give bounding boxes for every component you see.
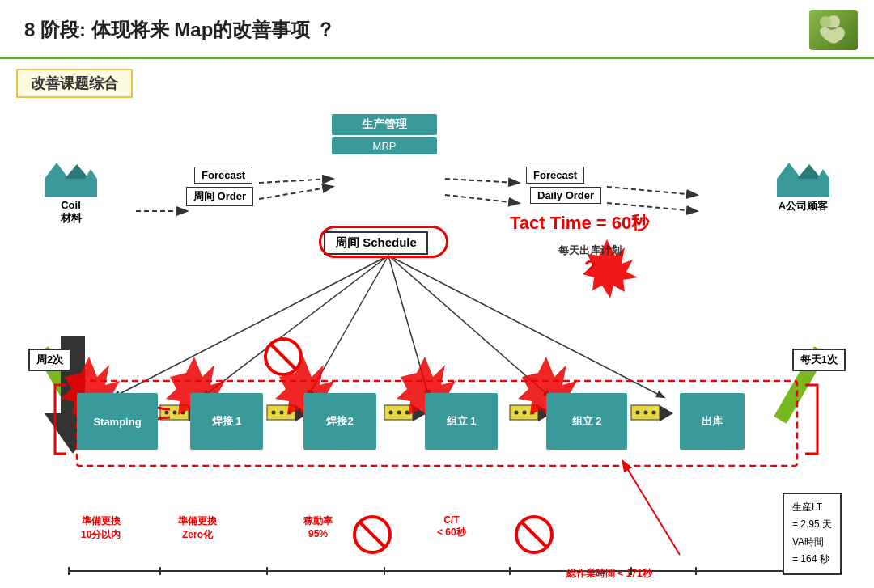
- svg-marker-74: [817, 169, 829, 179]
- kaizen-label-4: C/T< 60秒: [437, 514, 466, 539]
- diagram-area: Coil 材料 A公司顾客 生产管理 MRP: [16, 106, 858, 588]
- svg-line-5: [259, 179, 332, 183]
- prod-mgmt-box: 生产管理 MRP: [332, 114, 437, 154]
- header: 8 阶段: 体现将来 Map的改善事项 ？: [0, 0, 874, 59]
- summary-line3: VA時間: [792, 534, 832, 552]
- left-factory: Coil 材料: [40, 154, 101, 226]
- svg-marker-70: [85, 169, 97, 179]
- summary-box: 生産LT = 2.95 天 VA時間 = 164 秒: [783, 493, 842, 575]
- svg-marker-72: [777, 163, 801, 179]
- svg-rect-19: [160, 405, 189, 420]
- svg-point-53: [354, 517, 390, 552]
- kaizen-label-1: 準備更換10分以内: [81, 514, 121, 542]
- svg-line-14: [388, 256, 550, 397]
- right-factory: A公司顾客: [773, 154, 834, 214]
- summary-line2: = 2.95 天: [792, 516, 832, 534]
- svg-point-37: [644, 411, 648, 415]
- svg-rect-23: [267, 405, 295, 420]
- svg-line-66: [623, 462, 680, 555]
- mrp-label: MRP: [332, 137, 437, 154]
- svg-line-11: [202, 256, 388, 397]
- svg-point-21: [173, 411, 177, 415]
- svg-point-25: [280, 411, 284, 415]
- svg-point-33: [523, 411, 527, 415]
- page-wrapper: 8 阶段: 体现将来 Map的改善事项 ？ 改善课题综合: [0, 0, 874, 588]
- freq-left-box: 周2次: [28, 349, 71, 371]
- svg-point-26: [288, 411, 292, 415]
- svg-rect-31: [510, 405, 538, 420]
- svg-rect-71: [777, 179, 829, 197]
- weekly-order-box: 周间 Order: [186, 187, 253, 206]
- schedule-circle-highlight: [319, 226, 448, 258]
- svg-rect-27: [384, 405, 413, 420]
- handshake-icon: [809, 10, 858, 50]
- page-title: 8 阶段: 体现将来 Map的改善事项 ？: [24, 17, 335, 43]
- svg-line-13: [388, 256, 429, 397]
- svg-point-1: [820, 16, 831, 27]
- svg-marker-73: [797, 164, 821, 179]
- svg-point-34: [531, 411, 535, 415]
- factory-right-icon: [773, 154, 834, 199]
- svg-point-20: [165, 411, 169, 415]
- svg-line-7: [445, 195, 518, 203]
- main-content: 改善课题综合: [0, 59, 874, 588]
- svg-line-4: [259, 187, 332, 199]
- process-output: 出库: [680, 393, 745, 450]
- kaizen-label-2: 準備更換Zero化: [178, 514, 217, 542]
- svg-point-22: [181, 411, 185, 415]
- svg-line-54: [359, 522, 385, 548]
- factory-left-label: Coil 材料: [61, 199, 82, 226]
- svg-rect-67: [45, 179, 97, 197]
- process-welding2: 焊接2: [303, 393, 376, 450]
- svg-rect-35: [631, 405, 660, 420]
- process-assembly1: 组立 1: [425, 393, 498, 450]
- svg-point-28: [389, 411, 393, 415]
- svg-line-9: [607, 187, 696, 195]
- svg-line-56: [521, 522, 547, 548]
- factory-left-icon: [40, 154, 101, 199]
- svg-point-30: [405, 411, 409, 415]
- summary-line1: 生産LT: [792, 499, 832, 517]
- svg-line-52: [270, 344, 296, 370]
- svg-line-15: [388, 256, 664, 397]
- summary-line4: = 164 秒: [792, 551, 832, 569]
- svg-point-38: [652, 411, 656, 415]
- svg-marker-69: [65, 164, 89, 179]
- svg-point-24: [272, 411, 276, 415]
- daily-order-box: Daily Order: [530, 187, 601, 204]
- forecast-right-box: Forecast: [526, 167, 584, 184]
- daily-plan-label: 每天出库计划 ?: [558, 243, 622, 277]
- svg-line-10: [113, 256, 388, 397]
- svg-point-36: [636, 411, 640, 415]
- svg-point-51: [265, 339, 301, 374]
- forecast-left-box: Forecast: [194, 167, 252, 184]
- tact-time-label: Tact Time = 60秒: [510, 211, 649, 235]
- svg-point-32: [515, 411, 519, 415]
- svg-marker-43: [660, 405, 673, 421]
- factory-right-label: A公司顾客: [779, 199, 828, 214]
- kaizen-badge: 改善课题综合: [16, 69, 133, 98]
- svg-marker-68: [45, 163, 69, 179]
- svg-point-29: [397, 411, 401, 415]
- process-assembly2: 组立 2: [546, 393, 627, 450]
- kaizen-label-5: 総作業時間 < 171秒: [566, 567, 652, 581]
- svg-line-12: [308, 256, 388, 397]
- svg-point-55: [516, 517, 552, 552]
- svg-line-8: [607, 203, 696, 211]
- kaizen-label-3: 稼動率95%: [303, 514, 333, 539]
- svg-line-6: [445, 179, 518, 183]
- process-stamping: Stamping: [77, 393, 158, 450]
- freq-right-box: 每天1次: [792, 349, 846, 371]
- process-welding1: 焊接 1: [190, 393, 263, 450]
- prod-mgmt-label: 生产管理: [332, 114, 437, 135]
